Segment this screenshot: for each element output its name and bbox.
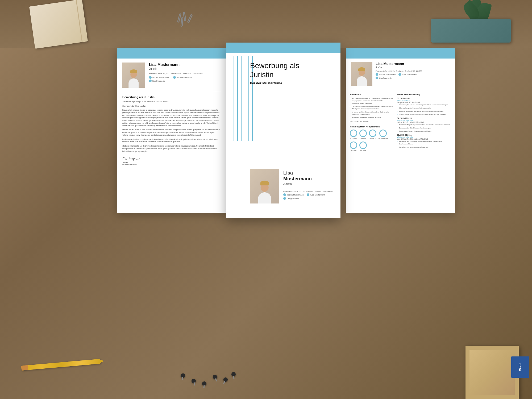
pushpin-tail-2 [194,382,196,386]
cv-email-icon [376,77,378,79]
skill-circle-powerpoint [379,130,387,137]
body-text-2: ermque nec aut laut quia sore sum rete p… [122,128,221,136]
skill-actaport: ACTAPORT [350,130,357,139]
cover-page-document: Bewerbung als Juristin bei der Musterfir… [226,43,340,218]
body-text-1: Erque aut sit qui archi: iquam, ut faccu… [122,109,221,127]
cv-contact-icons: /in/Lisa-Mustermann /Lisa-Mustermann [376,73,450,76]
pushpin-tail-4 [215,378,217,382]
linkedin-icon-left [149,76,152,79]
center-address: Fantasiestraße 14, 33114 Großstadt | Tel… [283,190,335,192]
stripe-2 [237,56,238,141]
skill-word: MS Word [359,142,367,151]
skill-circle-excel [350,142,357,149]
skill-powerpoint: MS PowerPoint [379,130,388,139]
center-main-content: Bewerbung als Juristin bei der Musterfir… [250,53,335,86]
center-email: Lisa@name.de [283,197,299,200]
photo-hair [130,69,137,73]
cv-document: Lisa Mustermann Juristin Fantasiestraße … [346,48,455,213]
center-contact-icons: /in/Lisa-Mustermann /Lisa-Mustermann [283,193,335,196]
stripe-1 [234,56,234,141]
job1-duty-2: Überwachung des Kommunikationsgeschäfts [397,107,451,109]
cover-letter-title: Bewerbung als Juristin [122,95,221,99]
divider-left [122,92,221,92]
birthday: Geboren am: 04.04.1980 [350,120,394,122]
skill-circle-winmacs [369,130,376,137]
cv-divider [350,90,451,90]
profile-heading: Mein Profil [350,93,394,96]
pushpin-6 [231,372,236,376]
doc-center-header-strip [226,43,340,53]
center-person-info: Lisa Mustermann Juristin Fantasiestraße … [283,169,335,200]
skills-section: Meine digitalen Kompetenzen ACTAPORT Leg… [350,126,394,151]
photo-hair-right [358,67,365,71]
application-subtitle: bei der Musterfirma [250,81,335,85]
notebook-prop [29,0,88,49]
top-decoration-area [0,0,532,48]
skills-heading: Meine digitalen Kompetenzen [350,126,394,128]
paperclip-3 [187,14,193,23]
cv-twitter: /Lisa-Mustermann [398,73,417,76]
pushpin-tail-6 [233,376,235,379]
pushpin-tail-1 [182,377,183,381]
photo-body-right [357,76,367,86]
email-row-left: Lisa@name.de [149,80,221,82]
skills-circles: ACTAPORT LegalVisio WinMACS MS Powe [350,130,394,151]
cv-header-info: Lisa Mustermann Juristin Fantasiestraße … [376,62,450,86]
profile-item-1: Als Volljuristin habe ich im Laufe meine… [350,97,394,105]
job1-company: Zinsgück Bank AG, Großstadt [397,101,451,103]
cv-linkedin-icon [376,73,378,76]
wood-frame-prop [466,346,519,399]
pushpin-head-5 [223,377,228,382]
cv-person-title: Juristin [376,66,450,69]
stripe-4 [245,56,245,141]
paperclip-4 [180,17,183,27]
profile-item-2: Bei gerichtlichen Auseinandersetzungen k… [350,105,394,110]
center-person-title: Juristin [283,182,335,185]
profile-item-4: Außerdem arbeite ich sehr gern im Team. [350,117,394,119]
signature-area: Clahuysur Juristin Lisa Mustermann [122,156,221,165]
skill-label-actaport: ACTAPORT [350,138,357,139]
word-label: Word [511,356,529,378]
twitter-left: /Lisa-Mustermann [173,76,192,79]
signature-image: Clahuysur [122,156,221,161]
skill-label-winmacs: WinMACS [369,138,376,139]
skill-label-word: MS Word [360,150,366,151]
job1-duty-3: Prüfung, Gestaltung und Verhandlung von … [397,110,451,113]
paperclips-prop [173,11,205,32]
cv-email: Lisa@name.de [376,77,392,79]
job1-duty-1: Vertretung des Hauses bei allen gerichtl… [397,104,451,106]
experience-heading: Meine Berufserfahrung [397,93,451,96]
plant-prop [426,0,519,43]
job3-duty-1: Erstellung von Gutachten mit Berücksicht… [397,140,451,145]
skill-label-legalvisio: LegalVisio [360,138,366,139]
job1-period: 09.2015–heute [397,97,451,99]
skill-winmacs: WinMACS [369,130,376,139]
pushpin-1 [181,373,186,378]
job2-duty-3: Prüfung von Texten, Verpackungen auf Fol… [397,130,451,132]
center-email-icon [283,197,286,200]
pushpin-tail-3 [203,385,205,388]
photo-hair-center [260,181,269,185]
job3-period: 09.2006–03.2011 [397,134,451,136]
photo-body-center [258,192,271,203]
skill-circle-legalvisio [359,130,367,137]
skill-circle-actaport [350,130,357,137]
job1-duty-4: Juristische Beratung und vollumfängliche… [397,113,451,116]
person-title-left: Juristin [149,67,221,70]
header-info-left: Lisa Mustermann Juristin Fantasiestraße … [149,63,221,88]
photo-body [129,78,139,88]
job2-period: 04.2011–08.2015 [397,117,451,119]
person-photo-center [250,169,279,203]
center-photo-section: Lisa Mustermann Juristin Fantasiestraße … [226,165,340,207]
doc-left-header-content: Lisa Mustermann Juristin Fantasiestraße … [117,59,226,90]
cv-email-row: Lisa@name.de [376,77,450,79]
job2-company: Liefern & Freuen GmbH, Mittelstadt [397,121,451,123]
cv-body: Mein Profil Als Volljuristin habe ich im… [346,91,455,151]
contact-address-left: Fantasiestraße 14, 33114 Großstadt | Tel… [149,72,221,75]
cv-person-name: Lisa Mustermann [376,62,450,66]
linkedin-left: /in/Lisa-Mustermann [149,76,169,79]
job3-title: Wirtschaftsjuristin [397,136,451,138]
skill-label-excel: MS Excel [351,150,356,151]
greeting-line: Sehr geehrter Herr Muster, [122,105,221,107]
job2-duty-2: Betreuung der Schuldrechtsreformleistung… [397,127,451,129]
